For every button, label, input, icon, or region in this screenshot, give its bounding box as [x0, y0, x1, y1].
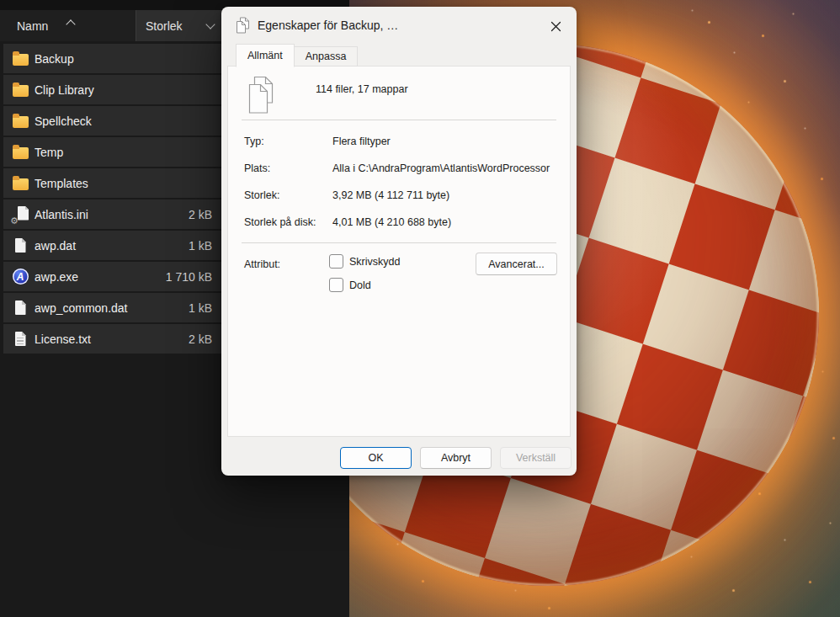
readonly-checkbox[interactable] — [329, 254, 343, 269]
file-name: awp.dat — [35, 239, 76, 253]
hidden-checkbox[interactable] — [329, 278, 343, 292]
apply-button[interactable]: Verkställ — [500, 447, 572, 469]
tab-anpassa[interactable]: Anpassa — [295, 46, 359, 66]
close-icon — [550, 21, 561, 32]
file-name: Atlantis.ini — [35, 208, 88, 221]
field-size: Storlek: 3,92 MB (4 112 711 byte) — [244, 189, 561, 203]
file-name: Clip Library — [35, 83, 94, 97]
dialog-title: Egenskaper för Backup, … — [258, 19, 398, 32]
checkbox-row-hidden: Dold — [329, 278, 371, 292]
readonly-checkbox-label: Skrivskydd — [349, 256, 400, 268]
cancel-button[interactable]: Avbryt — [420, 447, 492, 469]
dialog-titlebar: Egenskaper för Backup, … — [221, 7, 577, 44]
separator — [242, 242, 556, 243]
field-type: Typ: Flera filtyper — [244, 136, 561, 149]
column-name-label: Namn — [17, 19, 48, 33]
attributes-label: Attribut: — [244, 258, 280, 270]
multiple-files-icon — [247, 76, 275, 118]
hidden-checkbox-label: Dold — [349, 279, 371, 291]
file-name: Templates — [35, 177, 88, 190]
column-header-name[interactable]: Namn — [0, 10, 133, 41]
separator — [242, 120, 556, 120]
file-icon — [15, 238, 26, 253]
column-size-label: Storlek — [146, 19, 183, 33]
file-icon — [15, 301, 26, 315]
tab-page-general: 114 filer, 17 mappar Typ: Flera filtyper… — [227, 66, 571, 437]
atlantis-app-icon — [13, 269, 29, 285]
file-name: Temp — [35, 146, 63, 159]
folder-icon — [13, 85, 29, 97]
ok-button[interactable]: OK — [340, 447, 412, 469]
file-name: Spellcheck — [35, 114, 92, 128]
properties-dialog: Egenskaper för Backup, … Allmänt Anpassa… — [221, 7, 577, 476]
checkbox-row-readonly: Skrivskydd — [329, 254, 400, 269]
ini-file-icon: ⚙ — [12, 206, 29, 223]
folder-icon — [13, 178, 29, 190]
file-size: 1 kB — [189, 301, 212, 315]
file-name: Backup — [35, 52, 74, 66]
file-size: 1 kB — [189, 239, 212, 253]
folder-icon — [13, 54, 29, 66]
advanced-button[interactable]: Avancerat... — [476, 253, 557, 275]
file-size: 2 kB — [189, 332, 212, 346]
file-name: License.txt — [35, 332, 91, 346]
field-location: Plats: Alla i C:\AndraProgram\AtlantisWo… — [244, 162, 561, 176]
close-button[interactable] — [545, 15, 566, 37]
file-name: awp.exe — [35, 270, 78, 284]
files-icon — [236, 17, 250, 34]
file-size: 1 710 kB — [166, 270, 212, 284]
folder-icon — [13, 147, 29, 159]
field-size-on-disk: Storlek på disk: 4,01 MB (4 210 688 byte… — [244, 216, 561, 230]
folder-icon — [13, 116, 29, 128]
tab-allmant[interactable]: Allmänt — [236, 44, 295, 67]
tab-bar: Allmänt Anpassa — [236, 44, 358, 66]
column-header-size[interactable]: Storlek — [136, 10, 222, 41]
file-size: 2 kB — [189, 208, 212, 221]
sort-ascending-icon — [66, 19, 75, 29]
text-file-icon — [15, 332, 26, 346]
contents-summary: 114 filer, 17 mappar — [316, 83, 408, 95]
chevron-down-icon[interactable] — [205, 19, 215, 29]
file-name: awp_common.dat — [35, 301, 128, 315]
